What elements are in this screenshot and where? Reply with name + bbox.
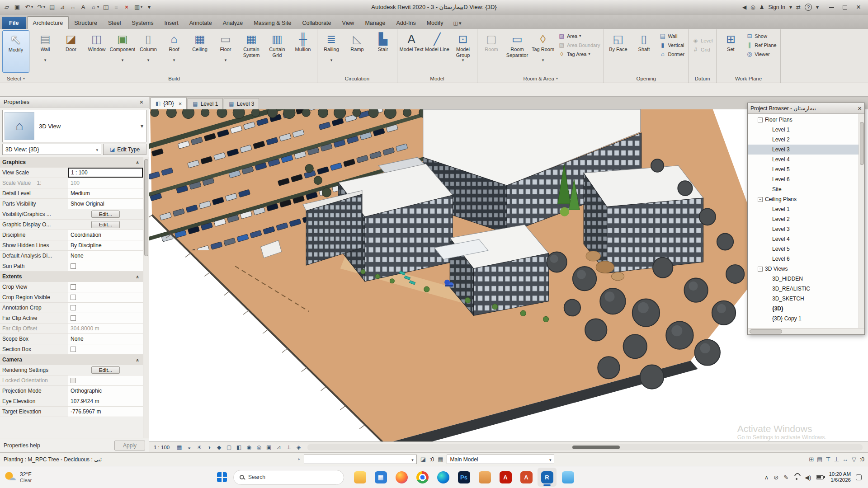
- property-show-hidden-lines[interactable]: Show Hidden Lines By Discipline: [0, 240, 143, 251]
- property-scale-value-1[interactable]: Scale Value 1: 100: [0, 178, 143, 188]
- search-icon[interactable]: [750, 5, 755, 10]
- scrollbar-thumb[interactable]: [860, 122, 864, 165]
- filter-icon[interactable]: [852, 456, 856, 462]
- tree-item-site[interactable]: Site: [748, 184, 859, 194]
- view-instance-select[interactable]: 3D View: {3D}: [2, 144, 101, 155]
- property-value[interactable]: Show Original: [71, 201, 104, 207]
- property-locked-orientation[interactable]: Locked Orientation: [0, 375, 143, 386]
- volume-icon[interactable]: [805, 474, 811, 480]
- tab-systems[interactable]: Systems: [126, 17, 159, 29]
- scrollbar-thumb[interactable]: [144, 159, 148, 256]
- customize-qat-button[interactable]: [144, 3, 154, 11]
- select-underlay-toggle[interactable]: [817, 456, 822, 462]
- ribbon-button-ref-plane[interactable]: Ref Plane: [745, 41, 778, 49]
- tab-massing-site[interactable]: Massing & Site: [248, 17, 297, 29]
- project-browser-vscrollbar[interactable]: [859, 114, 864, 328]
- view-tab-3d[interactable]: {3D}: [151, 97, 187, 109]
- maximize-button[interactable]: [838, 2, 852, 13]
- select-by-face-toggle[interactable]: [834, 456, 839, 462]
- property-visibility-graphics[interactable]: Visibility/Graphics ... Edit...: [0, 209, 143, 220]
- tree-item-level-3[interactable]: Level 3: [748, 224, 859, 234]
- panel-label-select[interactable]: Select: [2, 74, 29, 83]
- show-analytical-model-button[interactable]: [274, 443, 283, 451]
- property-section-box[interactable]: Section Box: [0, 344, 143, 355]
- design-options-icon[interactable]: [438, 456, 443, 462]
- battery-icon[interactable]: [816, 475, 824, 479]
- do-not-disturb-icon[interactable]: [774, 474, 778, 480]
- ribbon-button-door[interactable]: Door: [58, 30, 84, 73]
- property-annotation-crop[interactable]: Annotation Crop: [0, 303, 143, 313]
- property-value[interactable]: Orthographic: [71, 388, 102, 394]
- save-button[interactable]: [12, 3, 22, 11]
- scrollbar-thumb[interactable]: [572, 446, 620, 449]
- search-previous-icon[interactable]: [742, 5, 746, 10]
- tree-item-level-1[interactable]: Level 1: [748, 204, 859, 214]
- property-value[interactable]: Medium: [71, 190, 90, 197]
- tree-item-level-1[interactable]: Level 1: [748, 125, 859, 135]
- property-far-clip-offset[interactable]: Far Clip Offset 304.8000 m: [0, 324, 143, 334]
- tree-item-level-2[interactable]: Level 2: [748, 214, 859, 224]
- close-project-browser-icon[interactable]: [858, 104, 862, 112]
- select-pinned-toggle[interactable]: [826, 456, 830, 462]
- tab-modify[interactable]: Modify: [421, 17, 449, 29]
- tree-item-3d-realistic[interactable]: 3D_REALISTIC: [748, 284, 859, 294]
- properties-help-link[interactable]: Properties help: [4, 442, 40, 449]
- property-parts-visibility[interactable]: Parts Visibility Show Original: [0, 199, 143, 209]
- ribbon-button-model-group[interactable]: Model Group: [450, 30, 476, 73]
- ribbon-button-viewer[interactable]: Viewer: [745, 50, 778, 58]
- ribbon-button-wall[interactable]: Wall: [33, 30, 58, 73]
- tab-collaborate[interactable]: Collaborate: [297, 17, 337, 29]
- ribbon-button-shaft[interactable]: Shaft: [631, 30, 656, 73]
- property-value[interactable]: Edit...: [91, 221, 120, 228]
- microsoft-store-app[interactable]: [371, 468, 390, 487]
- help-button[interactable]: ?: [805, 4, 812, 11]
- reveal-constraints-button[interactable]: [284, 443, 293, 451]
- temporary-view-properties-button[interactable]: [264, 443, 274, 451]
- photoshop-app[interactable]: Ps: [454, 468, 473, 487]
- minimize-button[interactable]: [825, 2, 838, 13]
- drag-on-selection-toggle[interactable]: [842, 456, 848, 462]
- close-hidden-windows-button[interactable]: [122, 3, 132, 11]
- ribbon-button-column[interactable]: Column: [136, 30, 161, 73]
- property-far-clip-active[interactable]: Far Clip Active: [0, 313, 143, 324]
- taskbar-search[interactable]: Search: [233, 470, 344, 485]
- acrobat-app[interactable]: A: [496, 468, 515, 487]
- property-graphics[interactable]: Graphics: [0, 157, 143, 168]
- type-selector[interactable]: 3D View: [2, 110, 146, 142]
- ribbon-button-tag-area[interactable]: Tag Area: [557, 50, 601, 58]
- property-eye-elevation[interactable]: Eye Elevation 107.9424 m: [0, 396, 143, 407]
- edit-type-button[interactable]: Edit Type: [103, 144, 146, 155]
- ribbon-button-mullion[interactable]: Mullion: [290, 30, 316, 73]
- section-button[interactable]: [101, 3, 111, 11]
- file-explorer-app[interactable]: [350, 468, 369, 487]
- checkbox[interactable]: [71, 263, 76, 269]
- tree-item-3d-copy-1[interactable]: {3D} Copy 1: [748, 314, 859, 324]
- ribbon-button-roof[interactable]: Roof: [161, 30, 187, 73]
- checkbox[interactable]: [71, 284, 76, 290]
- sign-in-button[interactable]: Sign In: [769, 4, 785, 10]
- tree-item-level-4[interactable]: Level 4: [748, 234, 859, 244]
- wifi-icon[interactable]: [793, 475, 800, 480]
- tree-item-3d[interactable]: {3D}: [748, 304, 859, 314]
- property-detail-level[interactable]: Detail Level Medium: [0, 188, 143, 199]
- collapse-node-icon[interactable]: [758, 197, 763, 202]
- firefox-app[interactable]: [392, 468, 411, 487]
- close-properties-icon[interactable]: [138, 98, 145, 106]
- temporary-hide-isolate-button[interactable]: [244, 443, 254, 451]
- revit-app[interactable]: R: [538, 468, 557, 487]
- detail-level-button[interactable]: [175, 443, 184, 451]
- property-value[interactable]: 1 : 100: [71, 169, 88, 176]
- tab-structure[interactable]: Structure: [69, 17, 103, 29]
- tab-steel[interactable]: Steel: [103, 17, 127, 29]
- tree-item-level-6[interactable]: Level 6: [748, 174, 859, 184]
- scrollbar-thumb[interactable]: [750, 329, 782, 333]
- property-projection-mode[interactable]: Projection Mode Orthographic: [0, 386, 143, 396]
- ribbon-button-area[interactable]: Area: [557, 32, 601, 40]
- open-file-button[interactable]: [2, 3, 12, 11]
- tab-annotate[interactable]: Annotate: [184, 17, 217, 29]
- property-extents[interactable]: Extents: [0, 272, 143, 282]
- property-crop-region-visible[interactable]: Crop Region Visible: [0, 292, 143, 303]
- switch-windows-button[interactable]: [132, 3, 144, 11]
- ribbon-button-show[interactable]: Show: [745, 32, 778, 40]
- worksets-icon[interactable]: [297, 456, 300, 462]
